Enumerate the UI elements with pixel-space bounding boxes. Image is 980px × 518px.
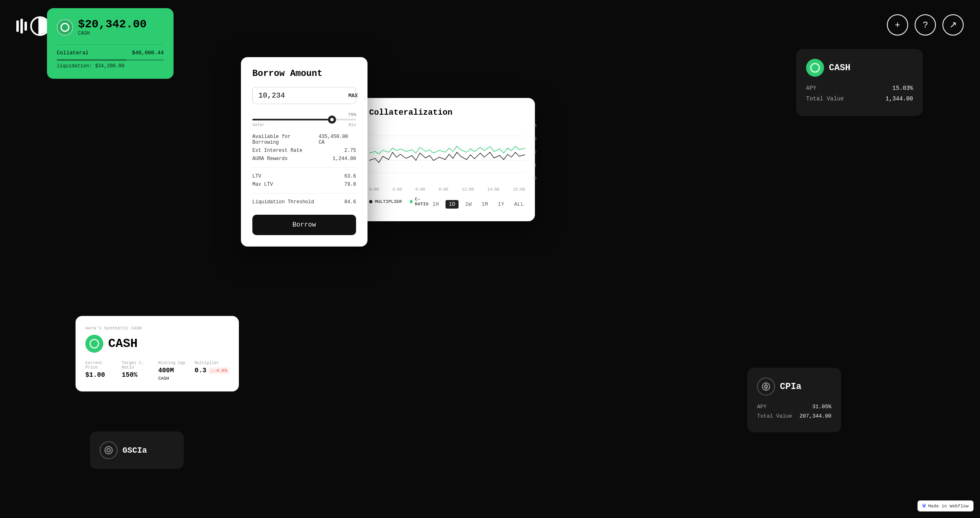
logo-bars — [16, 19, 27, 33]
svg-point-5 — [107, 449, 110, 452]
y-label-2: 2 — [534, 150, 537, 155]
stat-label-cratio: Target C-Ratio — [122, 361, 150, 370]
legend-label-multiplier: MULTIPLIER — [375, 199, 402, 204]
borrow-info-value-2: 1,244.00 — [332, 156, 356, 162]
stat-current-price: Current Price $1.00 — [85, 361, 114, 382]
cpia-svg-icon — [762, 382, 771, 391]
legend-label-cratio: C-RATIO — [415, 197, 429, 207]
x-label-5: 14:00 — [487, 187, 499, 192]
gscia-card: GSCIa — [90, 431, 184, 469]
cash-card-title-group: $20,342.00 CASH — [78, 18, 147, 36]
borrow-info-label-1: Est Interest Rate — [252, 148, 302, 153]
borrow-input-row[interactable]: MAX — [252, 87, 356, 104]
cpia-apy-row: APY 31.05% — [757, 404, 831, 410]
slider-riskier-label: Ris — [349, 123, 356, 127]
liquidation-value: $34,200.00 — [95, 63, 125, 69]
slider-thumb[interactable] — [328, 116, 336, 124]
chart-svg — [369, 124, 525, 181]
progress-bar-fill — [57, 59, 126, 61]
cash-total-row: Total Value 1,344.00 — [806, 96, 913, 102]
borrow-info-value-1: 2.75 — [344, 148, 356, 153]
stat-label-price: Current Price — [85, 361, 114, 370]
add-button[interactable]: + — [887, 14, 908, 36]
borrow-info-value-5: 84.6 — [344, 199, 356, 205]
cash-apy-row: APY 15.03% — [806, 85, 913, 91]
y-label-0: 0 — [534, 176, 537, 181]
cash-icon — [57, 19, 73, 36]
webflow-icon: W — [922, 503, 926, 509]
stat-value-multiplier: 0.3 — [195, 367, 207, 374]
collateral-value: $40,000.44 — [132, 50, 164, 56]
slider-container: 75% Safer Ris — [252, 112, 356, 127]
y-label-1: 1 — [534, 163, 537, 168]
legend-multiplier: MULTIPLIER — [369, 199, 402, 204]
cash-icon-inner — [60, 23, 69, 32]
cpia-header: CPIa — [757, 378, 831, 396]
cpia-total-value: 207,344.00 — [800, 413, 831, 419]
synthetic-title-text: CASH — [108, 337, 138, 351]
borrow-info: Available for Borrowing 435,450.00 CA Es… — [252, 134, 356, 205]
progress-bar-container — [57, 59, 164, 61]
legend-cratio: C-RATIO — [410, 197, 429, 207]
x-label-0: 0:00 — [369, 187, 379, 192]
time-btn-1d[interactable]: 1D — [445, 200, 459, 209]
borrow-divider-1 — [252, 167, 356, 168]
collateral-chart: Collateralization 4 3 2 1 0 0:00 3:00 6:… — [359, 98, 535, 221]
collateral-title: Collateralization — [369, 108, 525, 117]
logo-bar-2 — [20, 19, 23, 33]
x-label-6: 15:00 — [513, 187, 525, 192]
cash-info-card: CASH APY 15.03% Total Value 1,344.00 — [796, 49, 923, 116]
cap-suffix: CASH — [158, 376, 169, 381]
top-right-buttons: + ? ↗ — [887, 14, 964, 36]
synthetic-card: Aura's Synthetic CASH CASH Current Price… — [76, 316, 239, 391]
time-btn-1y[interactable]: 1Y — [494, 200, 508, 209]
borrow-info-row-4: Max LTV 79.8 — [252, 182, 356, 187]
external-link-button[interactable]: ↗ — [942, 14, 964, 36]
cash-info-title: CASH — [829, 63, 851, 73]
slider-labels: Safer Ris — [252, 123, 356, 127]
gscia-svg-icon — [104, 446, 113, 455]
cpia-apy-label: APY — [757, 404, 766, 410]
slider-fill — [252, 119, 330, 120]
logo-bar-3 — [24, 22, 27, 31]
webflow-label: Made in Webflow — [928, 504, 969, 509]
slider-safer-label: Safer — [252, 123, 265, 127]
stat-value-cap: 400M CASH — [158, 367, 186, 382]
slider-track[interactable] — [252, 119, 356, 120]
borrow-info-label-0: Available for Borrowing — [252, 134, 318, 145]
borrow-info-row-0: Available for Borrowing 435,450.00 CA — [252, 134, 356, 145]
x-label-1: 3:00 — [392, 187, 402, 192]
time-btn-1h[interactable]: 1H — [429, 200, 442, 209]
borrow-info-row-1: Est Interest Rate 2.75 — [252, 148, 356, 153]
borrow-amount-input[interactable] — [258, 91, 348, 100]
synthetic-subtitle: Aura's Synthetic CASH — [85, 326, 229, 331]
max-button[interactable]: MAX — [348, 93, 358, 99]
legend-dot-multiplier — [369, 200, 372, 203]
time-btn-1m[interactable]: 1M — [478, 200, 491, 209]
cash-info-header: CASH — [806, 59, 913, 77]
cash-card-green: $20,342.00 CASH Collateral $40,000.44 li… — [47, 8, 174, 79]
webflow-badge: W Made in Webflow — [918, 500, 973, 511]
time-btn-1w[interactable]: 1W — [462, 200, 475, 209]
x-label-3: 9:00 — [439, 187, 448, 192]
cpia-icon — [757, 378, 775, 396]
gscia-icon — [100, 441, 118, 459]
x-label-4: 12:00 — [462, 187, 474, 192]
slider-thumb-inner — [330, 118, 334, 121]
y-label-3: 3 — [534, 137, 537, 141]
collateral-label: Collateral — [57, 50, 89, 56]
divider — [57, 44, 164, 45]
borrow-info-label-2: AURA Rewards — [252, 156, 287, 162]
borrow-info-value-0: 435,450.00 CA — [318, 134, 356, 145]
help-button[interactable]: ? — [915, 14, 936, 36]
time-btn-all[interactable]: ALL — [511, 200, 527, 209]
borrow-info-row-3: LTV 63.6 — [252, 173, 356, 179]
borrow-modal: Borrow Amount MAX 75% Safer Ris Availabl… — [241, 57, 368, 247]
synthetic-icon-inner — [89, 339, 99, 349]
borrow-info-value-4: 79.8 — [344, 182, 356, 187]
borrow-info-row-2: AURA Rewards 1,244.00 — [252, 156, 356, 162]
borrow-button[interactable]: Borrow — [252, 215, 356, 235]
collateral-row: Collateral $40,000.44 — [57, 50, 164, 56]
stat-value-price: $1.00 — [85, 371, 114, 379]
stat-minting-cap: Minting Cap 400M CASH — [158, 361, 186, 382]
